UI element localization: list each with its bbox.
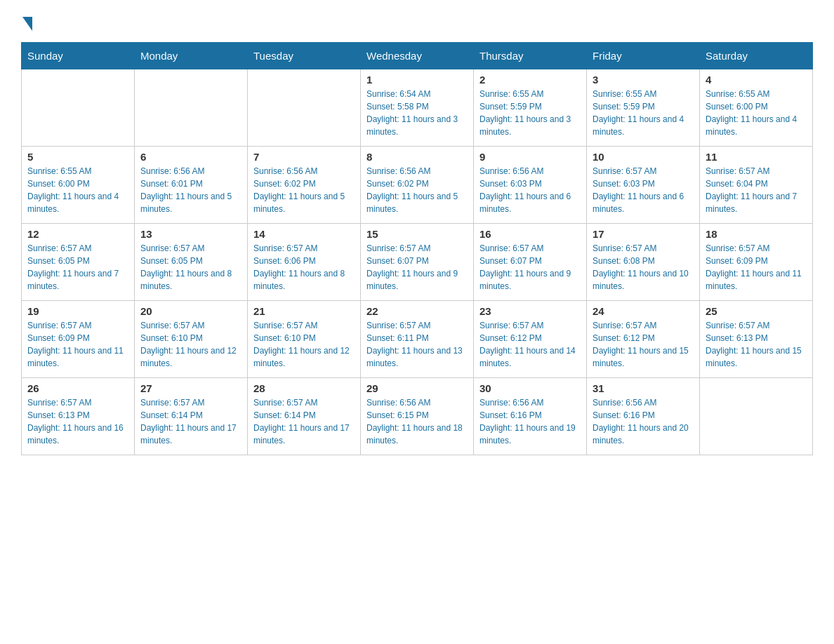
calendar-cell: 16Sunrise: 6:57 AM Sunset: 6:07 PM Dayli… (474, 224, 587, 301)
calendar-cell: 6Sunrise: 6:56 AM Sunset: 6:01 PM Daylig… (135, 147, 248, 224)
calendar-week-row: 12Sunrise: 6:57 AM Sunset: 6:05 PM Dayli… (22, 224, 813, 301)
day-info: Sunrise: 6:57 AM Sunset: 6:09 PM Dayligh… (27, 319, 128, 370)
calendar-cell: 19Sunrise: 6:57 AM Sunset: 6:09 PM Dayli… (22, 301, 135, 378)
weekday-header-tuesday: Tuesday (248, 43, 361, 69)
weekday-header-saturday: Saturday (700, 43, 813, 69)
day-number: 31 (593, 382, 694, 394)
calendar-cell: 3Sunrise: 6:55 AM Sunset: 5:59 PM Daylig… (587, 69, 700, 147)
day-number: 14 (253, 228, 355, 240)
calendar-cell (135, 69, 248, 147)
day-number: 28 (253, 382, 355, 394)
calendar-week-row: 26Sunrise: 6:57 AM Sunset: 6:13 PM Dayli… (22, 378, 813, 455)
day-info: Sunrise: 6:56 AM Sunset: 6:02 PM Dayligh… (253, 165, 355, 215)
calendar-cell: 27Sunrise: 6:57 AM Sunset: 6:14 PM Dayli… (135, 378, 248, 455)
weekday-header-friday: Friday (587, 43, 700, 69)
weekday-header-thursday: Thursday (474, 43, 587, 69)
day-info: Sunrise: 6:56 AM Sunset: 6:03 PM Dayligh… (479, 165, 581, 215)
calendar-cell: 31Sunrise: 6:56 AM Sunset: 6:16 PM Dayli… (587, 378, 700, 455)
calendar-cell: 2Sunrise: 6:55 AM Sunset: 5:59 PM Daylig… (474, 69, 587, 147)
day-number: 17 (593, 228, 694, 240)
day-number: 27 (140, 382, 241, 394)
calendar-week-row: 5Sunrise: 6:55 AM Sunset: 6:00 PM Daylig… (22, 147, 813, 224)
calendar-cell: 10Sunrise: 6:57 AM Sunset: 6:03 PM Dayli… (587, 147, 700, 224)
calendar-cell: 1Sunrise: 6:54 AM Sunset: 5:58 PM Daylig… (361, 69, 474, 147)
weekday-header-sunday: Sunday (22, 43, 135, 69)
calendar-cell: 12Sunrise: 6:57 AM Sunset: 6:05 PM Dayli… (22, 224, 135, 301)
day-info: Sunrise: 6:56 AM Sunset: 6:16 PM Dayligh… (479, 396, 581, 447)
calendar-cell: 20Sunrise: 6:57 AM Sunset: 6:10 PM Dayli… (135, 301, 248, 378)
day-number: 15 (366, 228, 468, 240)
day-number: 23 (479, 305, 581, 317)
weekday-header-wednesday: Wednesday (361, 43, 474, 69)
day-number: 22 (366, 305, 468, 317)
day-info: Sunrise: 6:56 AM Sunset: 6:01 PM Dayligh… (140, 165, 241, 215)
day-info: Sunrise: 6:55 AM Sunset: 5:59 PM Dayligh… (593, 88, 694, 138)
calendar-cell: 13Sunrise: 6:57 AM Sunset: 6:05 PM Dayli… (135, 224, 248, 301)
day-info: Sunrise: 6:57 AM Sunset: 6:05 PM Dayligh… (27, 242, 128, 293)
calendar-cell (248, 69, 361, 147)
calendar-cell: 8Sunrise: 6:56 AM Sunset: 6:02 PM Daylig… (361, 147, 474, 224)
calendar-cell: 24Sunrise: 6:57 AM Sunset: 6:12 PM Dayli… (587, 301, 700, 378)
day-number: 18 (706, 228, 807, 240)
calendar-cell (22, 69, 135, 147)
calendar-cell: 25Sunrise: 6:57 AM Sunset: 6:13 PM Dayli… (700, 301, 813, 378)
day-number: 8 (366, 151, 468, 163)
calendar-cell: 11Sunrise: 6:57 AM Sunset: 6:04 PM Dayli… (700, 147, 813, 224)
calendar-cell: 4Sunrise: 6:55 AM Sunset: 6:00 PM Daylig… (700, 69, 813, 147)
day-number: 24 (593, 305, 694, 317)
day-info: Sunrise: 6:57 AM Sunset: 6:06 PM Dayligh… (253, 242, 355, 293)
logo-arrow-icon (22, 17, 32, 31)
weekday-header-row: SundayMondayTuesdayWednesdayThursdayFrid… (22, 43, 813, 69)
day-number: 21 (253, 305, 355, 317)
day-info: Sunrise: 6:57 AM Sunset: 6:10 PM Dayligh… (253, 319, 355, 370)
day-info: Sunrise: 6:54 AM Sunset: 5:58 PM Dayligh… (366, 88, 468, 138)
day-number: 4 (706, 74, 807, 86)
day-number: 7 (253, 151, 355, 163)
day-number: 30 (479, 382, 581, 394)
day-info: Sunrise: 6:55 AM Sunset: 5:59 PM Dayligh… (479, 88, 581, 138)
calendar-cell: 28Sunrise: 6:57 AM Sunset: 6:14 PM Dayli… (248, 378, 361, 455)
day-number: 6 (140, 151, 241, 163)
day-info: Sunrise: 6:57 AM Sunset: 6:07 PM Dayligh… (479, 242, 581, 293)
day-info: Sunrise: 6:57 AM Sunset: 6:14 PM Dayligh… (253, 396, 355, 447)
day-info: Sunrise: 6:55 AM Sunset: 6:00 PM Dayligh… (27, 165, 128, 215)
logo (21, 14, 32, 31)
calendar-cell: 22Sunrise: 6:57 AM Sunset: 6:11 PM Dayli… (361, 301, 474, 378)
day-number: 25 (706, 305, 807, 317)
day-info: Sunrise: 6:57 AM Sunset: 6:09 PM Dayligh… (706, 242, 807, 293)
day-info: Sunrise: 6:55 AM Sunset: 6:00 PM Dayligh… (706, 88, 807, 138)
calendar-cell (700, 378, 813, 455)
day-info: Sunrise: 6:57 AM Sunset: 6:05 PM Dayligh… (140, 242, 241, 293)
calendar-cell: 29Sunrise: 6:56 AM Sunset: 6:15 PM Dayli… (361, 378, 474, 455)
day-info: Sunrise: 6:57 AM Sunset: 6:11 PM Dayligh… (366, 319, 468, 370)
day-number: 26 (27, 382, 128, 394)
calendar-week-row: 19Sunrise: 6:57 AM Sunset: 6:09 PM Dayli… (22, 301, 813, 378)
day-number: 12 (27, 228, 128, 240)
page-header (21, 14, 813, 31)
calendar-cell: 9Sunrise: 6:56 AM Sunset: 6:03 PM Daylig… (474, 147, 587, 224)
day-info: Sunrise: 6:57 AM Sunset: 6:03 PM Dayligh… (593, 165, 694, 215)
calendar-cell: 23Sunrise: 6:57 AM Sunset: 6:12 PM Dayli… (474, 301, 587, 378)
day-number: 10 (593, 151, 694, 163)
calendar-cell: 15Sunrise: 6:57 AM Sunset: 6:07 PM Dayli… (361, 224, 474, 301)
day-number: 11 (706, 151, 807, 163)
day-info: Sunrise: 6:57 AM Sunset: 6:10 PM Dayligh… (140, 319, 241, 370)
day-info: Sunrise: 6:57 AM Sunset: 6:12 PM Dayligh… (479, 319, 581, 370)
day-info: Sunrise: 6:56 AM Sunset: 6:16 PM Dayligh… (593, 396, 694, 447)
day-info: Sunrise: 6:57 AM Sunset: 6:07 PM Dayligh… (366, 242, 468, 293)
day-info: Sunrise: 6:57 AM Sunset: 6:08 PM Dayligh… (593, 242, 694, 293)
day-info: Sunrise: 6:57 AM Sunset: 6:12 PM Dayligh… (593, 319, 694, 370)
calendar-week-row: 1Sunrise: 6:54 AM Sunset: 5:58 PM Daylig… (22, 69, 813, 147)
day-number: 2 (479, 74, 581, 86)
calendar-cell: 7Sunrise: 6:56 AM Sunset: 6:02 PM Daylig… (248, 147, 361, 224)
calendar-table: SundayMondayTuesdayWednesdayThursdayFrid… (21, 42, 813, 455)
calendar-cell: 17Sunrise: 6:57 AM Sunset: 6:08 PM Dayli… (587, 224, 700, 301)
day-number: 29 (366, 382, 468, 394)
day-number: 20 (140, 305, 241, 317)
day-number: 5 (27, 151, 128, 163)
day-info: Sunrise: 6:57 AM Sunset: 6:14 PM Dayligh… (140, 396, 241, 447)
calendar-cell: 18Sunrise: 6:57 AM Sunset: 6:09 PM Dayli… (700, 224, 813, 301)
weekday-header-monday: Monday (135, 43, 248, 69)
calendar-cell: 5Sunrise: 6:55 AM Sunset: 6:00 PM Daylig… (22, 147, 135, 224)
calendar-cell: 26Sunrise: 6:57 AM Sunset: 6:13 PM Dayli… (22, 378, 135, 455)
